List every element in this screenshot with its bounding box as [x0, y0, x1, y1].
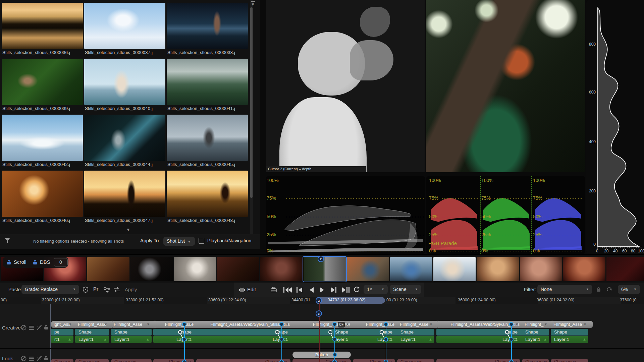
chevron-down-icon[interactable]: ▼ — [515, 321, 519, 328]
layers-icon[interactable] — [29, 356, 34, 361]
clip-shape-bar[interactable]: Shape — [522, 329, 549, 336]
filmstrip-thumbnail[interactable] — [477, 257, 519, 281]
lock-icon[interactable] — [44, 325, 48, 330]
filmstrip-thumbnail[interactable] — [563, 257, 605, 281]
clip-shape-bar[interactable]: Shape — [436, 329, 534, 336]
triangle-up-icon[interactable]: ▲ — [189, 336, 192, 343]
next-shot-button[interactable] — [331, 287, 337, 293]
scroll-down-icon[interactable]: ▼ — [251, 1, 255, 7]
keyframe-dot[interactable] — [384, 322, 388, 326]
filmstrip-thumbnail[interactable] — [520, 257, 562, 281]
clip-shape-bar[interactable]: pe — [51, 329, 73, 336]
shape-keyframe-dot[interactable] — [178, 330, 182, 334]
chevron-down-icon[interactable]: ▼ — [429, 321, 433, 328]
edit-mode-icon[interactable] — [239, 288, 245, 292]
triangle-up-icon[interactable]: ▲ — [515, 336, 518, 343]
pr-icon[interactable]: Pr — [93, 286, 98, 292]
shape-keyframe-dot[interactable] — [380, 330, 384, 334]
filmstrip-thumbnail[interactable] — [390, 257, 432, 281]
keyframe-dot[interactable] — [509, 322, 514, 326]
timeline-zoom-dropdown[interactable]: 6%▼ — [618, 285, 640, 294]
triangle-up-icon[interactable]: ▲ — [345, 336, 349, 343]
gallery-thumbnail[interactable] — [2, 115, 83, 161]
viewer-depth-matte[interactable]: Cursor 2 (Current) – depth — [266, 0, 425, 172]
timeline-ruler[interactable]: 00)32000 (01:21:20:00)32800 (01:21:52:00… — [0, 297, 644, 304]
chevron-down-icon[interactable]: ▼ — [68, 321, 72, 328]
chevron-down-icon[interactable]: ▼ — [104, 321, 107, 328]
dbs-value-field[interactable]: 0 — [54, 258, 68, 266]
previous-shot-button[interactable] — [297, 287, 303, 293]
play-reverse-button[interactable] — [309, 287, 314, 293]
filmstrip-thumbnail[interactable]: 2 — [304, 257, 346, 281]
keyframe-dot[interactable] — [509, 337, 514, 342]
filmstrip-thumbnail[interactable] — [217, 257, 259, 281]
paste-mode-dropdown[interactable]: Grade: Replace▼ — [21, 285, 79, 294]
keyframe-dot[interactable] — [182, 337, 186, 342]
gallery-item[interactable]: Stills_selection_stlouis_0000048.j — [167, 171, 248, 225]
track-label-look[interactable]: Look — [2, 356, 13, 361]
clip-chromagen-bar[interactable]: Chromagen — [292, 359, 351, 362]
clip-name-bar[interactable]: FIlmlight_ — [522, 321, 554, 328]
keyframe-dot[interactable] — [384, 337, 388, 342]
apply-to-dropdown[interactable]: Shot List▼ — [163, 237, 195, 246]
waveform-scope[interactable]: 100%75%50%25%0% — [266, 176, 425, 254]
lock-icon[interactable] — [33, 260, 37, 265]
triangle-up-icon[interactable]: ▲ — [429, 336, 432, 343]
cursor-3-badge[interactable]: 3 — [316, 310, 322, 317]
keyframe-dot[interactable] — [333, 353, 337, 357]
keyframe-dot[interactable] — [509, 360, 514, 362]
keyframe-dot[interactable] — [279, 360, 284, 362]
clip-chromagen-bar[interactable]: Chromagen — [153, 359, 194, 362]
keyframe-dot[interactable] — [182, 360, 186, 362]
keyframe-dot[interactable] — [332, 322, 337, 326]
bokeh-strip[interactable]: Bokeh — [292, 352, 351, 358]
gallery-item[interactable]: Stills_selection_stlouis_0000037.j — [84, 3, 165, 57]
clip-chromagen-bar[interactable]: Chromagen — [397, 359, 434, 362]
rgb-parade-scope[interactable]: 100%75%50%25%0%100%75%50%25%0%100%75%50%… — [426, 176, 585, 254]
chevron-down-icon[interactable]: ▼ — [346, 321, 349, 328]
keyframe-dot[interactable] — [332, 360, 337, 362]
triangle-up-icon[interactable]: ▲ — [285, 336, 288, 343]
filter-funnel-icon[interactable] — [5, 238, 10, 244]
chevron-down-icon[interactable]: ▼ — [583, 321, 587, 328]
shape-keyframe-dot[interactable] — [275, 330, 279, 334]
brush-disabled-icon[interactable] — [37, 356, 42, 361]
clip-name-bar[interactable]: FIlmlight_Asse — [75, 321, 114, 328]
gallery-thumbnail[interactable] — [167, 171, 248, 217]
gallery-thumbnail[interactable] — [167, 59, 248, 105]
play-speed-dropdown[interactable]: 1×▼ — [364, 285, 388, 294]
keyframe-dot[interactable] — [279, 337, 284, 342]
gallery-item[interactable]: Stills_selection_stlouis_0000039.j — [2, 59, 83, 113]
gallery-thumbnail[interactable] — [84, 171, 165, 217]
navigation-scope-dropdown[interactable]: Scene▼ — [390, 285, 421, 294]
clip-shape-bar[interactable]: Shape — [196, 329, 304, 336]
gallery-item[interactable]: Stills_selection_stlouis_0000036.j — [2, 3, 83, 57]
keyframe-dot[interactable] — [384, 360, 388, 362]
filmstrip-thumbnail[interactable] — [347, 257, 389, 281]
filmstrip-thumbnail[interactable] — [606, 257, 644, 281]
filmstrip-thumbnail[interactable] — [260, 257, 303, 281]
gallery-thumbnail[interactable] — [2, 3, 83, 49]
gallery-scrollbar-thumb[interactable] — [250, 7, 253, 198]
clip-name-bar[interactable]: FIlmlight_Asse — [551, 321, 593, 328]
track-label-creative[interactable]: Creative — [2, 325, 21, 330]
clip-chromagen-bar[interactable]: Chromagen — [551, 359, 588, 362]
triangle-up-icon[interactable]: ▲ — [583, 336, 586, 343]
chevron-down-icon[interactable]: ▼ — [285, 321, 289, 328]
viewer-photo[interactable] — [426, 0, 585, 172]
layers-icon[interactable] — [29, 325, 34, 330]
gallery-thumbnail[interactable] — [84, 59, 165, 105]
gallery-item[interactable]: Stills_selection_stlouis_0000044.j — [84, 115, 165, 169]
triangle-up-icon[interactable]: ▲ — [146, 336, 150, 343]
clip-layer-bar[interactable]: Layer:1 — [111, 336, 152, 343]
dbs-toggle[interactable]: DBS — [40, 259, 50, 265]
triangle-up-icon[interactable]: ▲ — [389, 336, 393, 343]
lock-icon[interactable] — [7, 260, 11, 265]
filmstrip-thumbnail[interactable] — [433, 257, 476, 281]
clip-chromagen-bar[interactable]: Chromagen — [51, 359, 73, 362]
clip-chromagen-bar[interactable]: Chromagen — [353, 359, 395, 362]
clip-name-bar[interactable]: FIlmlight_Assets/Web/Sylvain_Stills — [436, 321, 536, 328]
clip-name-bar[interactable]: FIlmlight_Asse — [397, 321, 439, 328]
clip-shape-bar[interactable]: Shape — [397, 329, 434, 336]
disable-icon[interactable] — [21, 356, 26, 361]
